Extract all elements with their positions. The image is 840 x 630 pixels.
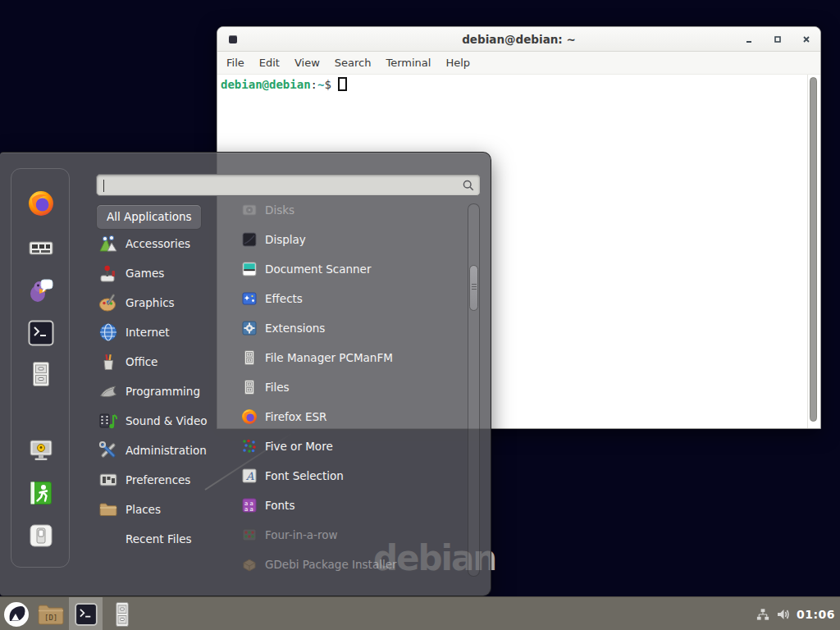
- category-sound-video[interactable]: Sound & Video: [96, 406, 219, 436]
- effects-icon: [241, 290, 258, 307]
- category-programming[interactable]: Programming: [96, 377, 219, 406]
- menu-help[interactable]: Help: [438, 52, 477, 75]
- app-extensions[interactable]: Extensions: [218, 313, 464, 343]
- app-gdebi-package-installer[interactable]: GDebi Package Installer: [218, 550, 464, 578]
- menu-terminal[interactable]: Terminal: [378, 52, 438, 75]
- fonts-icon: a a a a: [241, 497, 258, 514]
- svg-text:A: A: [245, 470, 254, 482]
- app-firefox-esr[interactable]: Firefox ESR: [218, 402, 464, 431]
- gdebi-icon: [241, 556, 258, 573]
- menu-view[interactable]: View: [287, 52, 327, 75]
- preferences-icon: [98, 470, 118, 490]
- terminal-launcher[interactable]: [69, 597, 103, 630]
- category-accessories[interactable]: Accessories: [96, 229, 219, 258]
- sound-video-icon: [98, 411, 118, 431]
- prompt-user-host: debian@debian: [221, 78, 311, 91]
- terminal-menubar: File Edit View Search Terminal Help: [217, 52, 820, 75]
- extensions-icon: [241, 320, 258, 336]
- favorite-firefox-icon[interactable]: [23, 185, 59, 221]
- app-disks[interactable]: Disks: [218, 203, 464, 225]
- favorite-logout-icon[interactable]: [23, 475, 59, 511]
- four-in-a-row-icon: [241, 527, 258, 543]
- terminal-scrollbar-thumb[interactable]: [810, 77, 817, 422]
- menu-edit[interactable]: Edit: [252, 52, 287, 75]
- svg-text:[D]: [D]: [44, 614, 57, 622]
- terminal-titlebar[interactable]: debian@debian: ~: [217, 27, 820, 52]
- internet-icon: [98, 322, 118, 342]
- favorite-shutdown-icon[interactable]: [23, 518, 59, 554]
- favorites-column: [11, 168, 70, 568]
- programming-icon: [98, 381, 118, 401]
- files-icon: [241, 379, 258, 395]
- graphics-icon: [98, 293, 118, 313]
- app-four-in-a-row[interactable]: Four-in-a-row: [218, 520, 464, 550]
- taskbar: [D]: [0, 596, 840, 630]
- favorite-file-manager-icon[interactable]: [23, 356, 59, 392]
- terminal-scrollbar[interactable]: [809, 77, 819, 422]
- category-games[interactable]: Games: [96, 258, 219, 288]
- app-fonts[interactable]: a a a a Fonts: [218, 491, 464, 520]
- desktop: debian debian@debian: ~ File Edit View: [0, 0, 840, 630]
- category-office[interactable]: Office: [96, 347, 219, 377]
- app-file-manager-pcmanfm[interactable]: File Manager PCManFM: [218, 343, 464, 372]
- categories-column: Accessories Games: [96, 229, 219, 554]
- minimize-button[interactable]: [743, 34, 755, 45]
- search-icon: [463, 180, 474, 191]
- terminal-prompt: debian@debian:~$: [217, 75, 820, 91]
- file-manager-icon: [241, 349, 258, 366]
- app-files[interactable]: Files: [218, 372, 464, 402]
- favorite-pidgin-icon[interactable]: [23, 272, 59, 308]
- category-all-applications[interactable]: All Applications: [96, 204, 202, 230]
- favorite-terminal-icon[interactable]: [23, 315, 59, 351]
- document-scanner-icon: [241, 261, 258, 277]
- terminal-cursor: [338, 77, 347, 91]
- close-button[interactable]: [801, 34, 812, 45]
- application-menu: All Applications Accessories: [0, 152, 491, 596]
- file-manager-launcher[interactable]: [D]: [36, 603, 66, 626]
- category-administration[interactable]: Administration: [96, 436, 219, 465]
- category-places[interactable]: Places: [96, 495, 219, 524]
- accessories-icon: [98, 234, 118, 253]
- network-icon[interactable]: [756, 607, 770, 622]
- firefox-icon: [241, 409, 258, 425]
- svg-text:a a: a a: [244, 506, 253, 513]
- favorite-keyboard-preferences-icon[interactable]: [23, 230, 59, 266]
- search-input[interactable]: [96, 174, 481, 196]
- menu-file[interactable]: File: [219, 52, 252, 75]
- volume-icon[interactable]: [776, 607, 791, 622]
- app-document-scanner[interactable]: Document Scanner: [218, 254, 464, 284]
- office-icon: [98, 352, 118, 372]
- category-recent-files[interactable]: Recent Files: [96, 524, 219, 554]
- menu-search[interactable]: Search: [327, 52, 379, 75]
- menu-scrollbar-thumb[interactable]: [469, 265, 478, 311]
- places-icon: [98, 500, 118, 519]
- applications-list: Disks Display: [218, 203, 464, 578]
- maximize-button[interactable]: [772, 34, 783, 45]
- display-icon: [241, 231, 258, 248]
- search-caret: [103, 180, 104, 192]
- menu-button[interactable]: [2, 600, 30, 628]
- games-icon: [98, 263, 118, 283]
- category-graphics[interactable]: Graphics: [96, 288, 219, 317]
- five-or-more-icon: [241, 438, 258, 454]
- category-preferences[interactable]: Preferences: [96, 465, 219, 495]
- administration-icon: [98, 441, 118, 460]
- font-selection-icon: A: [241, 468, 258, 484]
- taskbar-clock[interactable]: 01:06: [797, 608, 835, 621]
- files-launcher[interactable]: [109, 600, 135, 629]
- terminal-scrollbar-separator: [807, 75, 808, 428]
- app-font-selection[interactable]: A Font Selection: [218, 461, 464, 491]
- app-effects[interactable]: Effects: [218, 284, 464, 313]
- disks-icon: [241, 203, 258, 218]
- favorite-lock-screen-icon[interactable]: [23, 432, 59, 468]
- app-five-or-more[interactable]: Five or More: [218, 431, 464, 461]
- system-tray: 01:06: [756, 597, 835, 630]
- menu-scrollbar[interactable]: [468, 203, 480, 577]
- category-internet[interactable]: Internet: [96, 317, 219, 347]
- app-display[interactable]: Display: [218, 225, 464, 254]
- terminal-title: debian@debian: ~: [217, 27, 820, 52]
